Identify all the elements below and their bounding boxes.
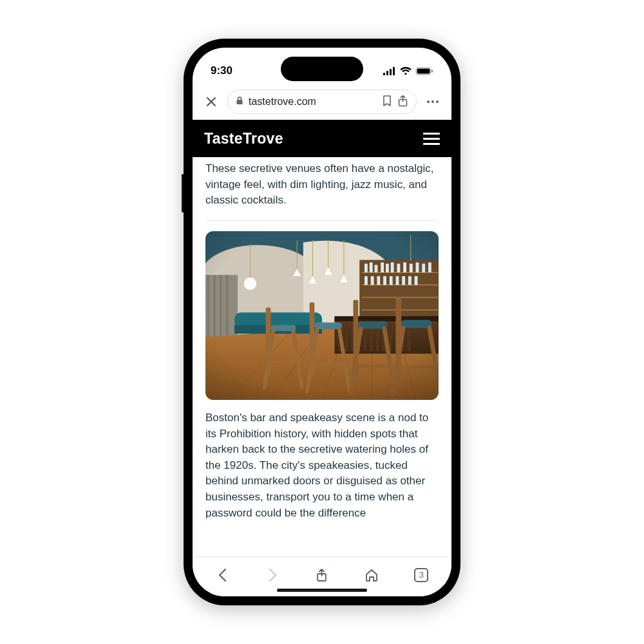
browser-address-bar: tastetrove.com bbox=[193, 84, 451, 120]
site-header: TasteTrove bbox=[193, 120, 451, 157]
share-icon[interactable] bbox=[397, 95, 408, 109]
lock-icon bbox=[236, 96, 243, 108]
status-time: 9:30 bbox=[211, 64, 232, 77]
svg-rect-5 bbox=[417, 68, 430, 73]
svg-rect-7 bbox=[237, 100, 243, 104]
home-indicator[interactable] bbox=[277, 589, 367, 592]
battery-icon bbox=[415, 67, 433, 75]
svg-point-11 bbox=[436, 100, 439, 103]
cellular-icon bbox=[383, 67, 396, 75]
article-hero-image bbox=[205, 231, 439, 400]
svg-rect-0 bbox=[383, 73, 385, 75]
close-tab-button[interactable] bbox=[202, 92, 221, 111]
wifi-icon bbox=[400, 67, 412, 75]
svg-rect-1 bbox=[386, 71, 388, 75]
svg-point-10 bbox=[431, 100, 434, 103]
status-icons bbox=[383, 67, 433, 75]
tabs-button[interactable]: 3 bbox=[406, 563, 436, 587]
home-button[interactable] bbox=[357, 563, 386, 587]
phone-screen: 9:30 bbox=[193, 48, 451, 596]
svg-rect-2 bbox=[390, 69, 392, 75]
menu-icon[interactable] bbox=[423, 133, 440, 145]
site-brand[interactable]: TasteTrove bbox=[204, 130, 283, 147]
url-bar[interactable]: tastetrove.com bbox=[227, 90, 417, 114]
svg-rect-6 bbox=[431, 70, 433, 72]
article-content[interactable]: These secretive venues often have a nost… bbox=[193, 157, 451, 556]
phone-frame: 9:30 bbox=[184, 39, 460, 605]
section-divider bbox=[205, 220, 439, 221]
svg-rect-3 bbox=[393, 67, 395, 75]
svg-rect-98 bbox=[205, 231, 439, 400]
tabs-count: 3 bbox=[414, 568, 428, 582]
forward-button[interactable] bbox=[258, 563, 287, 587]
more-options-button[interactable] bbox=[423, 92, 442, 111]
article-body-paragraph: Boston's bar and speakeasy scene is a no… bbox=[205, 410, 439, 521]
svg-point-9 bbox=[427, 100, 430, 103]
share-button[interactable] bbox=[307, 563, 337, 587]
bookmark-icon[interactable] bbox=[382, 95, 392, 109]
content-fade bbox=[193, 545, 451, 556]
back-button[interactable] bbox=[208, 563, 238, 587]
dynamic-island bbox=[281, 57, 363, 81]
article-lead-partial: These secretive venues often have a nost… bbox=[205, 161, 439, 218]
url-text: tastetrove.com bbox=[249, 96, 377, 108]
